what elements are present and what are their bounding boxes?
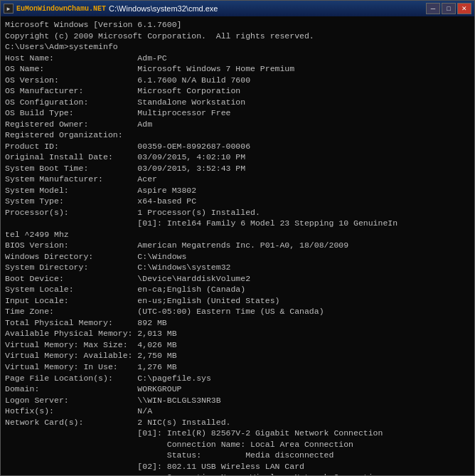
console-line: Host Name: Adm-PC [5, 53, 470, 64]
window-controls: ─ □ ✕ [426, 3, 471, 14]
console-line: Windows Directory: C:\Windows [5, 251, 470, 263]
close-button[interactable]: ✕ [457, 3, 471, 14]
console-line: OS Version: 6.1.7600 N/A Build 7600 [5, 75, 470, 86]
console-line: tel ^2499 Mhz [5, 229, 470, 240]
console-line: Available Physical Memory: 2,013 MB [5, 328, 470, 339]
console-line: Microsoft Windows [Version 6.1.7600] [5, 19, 470, 31]
console-line: Copyright (c) 2009 Microsoft Corporation… [5, 31, 470, 42]
console-line: Virtual Memory: In Use: 1,276 MB [5, 361, 470, 373]
console-line: Logon Server: \\WIN-BCLGLS3NR3B [5, 395, 470, 406]
console-line: BIOS Version: American Megatrends Inc. P… [5, 240, 470, 251]
console-line: System Manufacturer: Acer [5, 174, 470, 185]
console-line: Page File Location(s): C:\pagefile.sys [5, 373, 470, 384]
console-line: Time Zone: (UTC-05:00) Eastern Time (US … [5, 306, 470, 317]
console-line: System Locale: en-ca;English (Canada) [5, 284, 470, 295]
console-line: System Boot Time: 03/09/2015, 3:52:43 PM [5, 163, 470, 174]
console-line: Original Install Date: 03/09/2015, 4:02:… [5, 152, 470, 163]
console-line: System Type: x64-based PC [5, 196, 470, 207]
console-line: OS Build Type: Multiprocessor Free [5, 107, 470, 119]
watermark-text: EuMonWindownChamu.NET [16, 5, 106, 13]
maximize-button[interactable]: □ [442, 3, 456, 14]
console-line: System Directory: C:\Windows\system32 [5, 262, 470, 273]
console-line: [02]: 802.11 USB Wireless LAN Card [5, 461, 470, 472]
console-line: [01]: Intel(R) 82567V-2 Gigabit Network … [5, 428, 470, 439]
console-line: Processor(s): 1 Processor(s) Installed. [5, 207, 470, 218]
title-bar: ► EuMonWindownChamu.NET C:\Windows\syste… [1, 1, 474, 16]
console-line: Network Card(s): 2 NIC(s) Installed. [5, 417, 470, 428]
cmd-icon: ► [4, 4, 14, 14]
console-line: Domain: WORKGROUP [5, 384, 470, 395]
title-bar-title: C:\Windows\system32\cmd.exe [109, 4, 218, 13]
console-line: [01]: Intel64 Family 6 Model 23 Stepping… [5, 218, 470, 229]
console-line: OS Configuration: Standalone Workstation [5, 97, 470, 108]
console-line: Connection Name: Local Area Connection [5, 439, 470, 450]
minimize-button[interactable]: ─ [426, 3, 440, 14]
console-line: OS Manufacturer: Microsoft Corporation [5, 85, 470, 97]
console-line: Registered Organization: [5, 129, 470, 141]
console-line: OS Name: Microsoft Windows 7 Home Premiu… [5, 63, 470, 75]
title-bar-left: ► EuMonWindownChamu.NET C:\Windows\syste… [4, 4, 218, 14]
console-line: Boot Device: \Device\HarddiskVolume2 [5, 273, 470, 285]
console-line: Total Physical Memory: 892 MB [5, 317, 470, 329]
console-line: Connection Name: Wireless Network Connec… [5, 472, 470, 475]
console-line: Virtual Memory: Available: 2,750 MB [5, 350, 470, 361]
console-line: Input Locale: en-us;English (United Stat… [5, 295, 470, 307]
console-output[interactable]: Microsoft Windows [Version 6.1.7600]Copy… [1, 16, 474, 475]
console-line: Product ID: 00359-OEM-8992687-00006 [5, 141, 470, 152]
console-line: Registered Owner: Adm [5, 119, 470, 130]
console-line: Status: Media disconnected [5, 450, 470, 461]
console-line: Virtual Memory: Max Size: 4,026 MB [5, 339, 470, 351]
cmd-window: ► EuMonWindownChamu.NET C:\Windows\syste… [0, 0, 475, 476]
console-line: Hotfix(s): N/A [5, 406, 470, 417]
console-line: C:\Users\Adm>systeminfo [5, 41, 470, 53]
console-line: System Model: Aspire M3802 [5, 185, 470, 196]
